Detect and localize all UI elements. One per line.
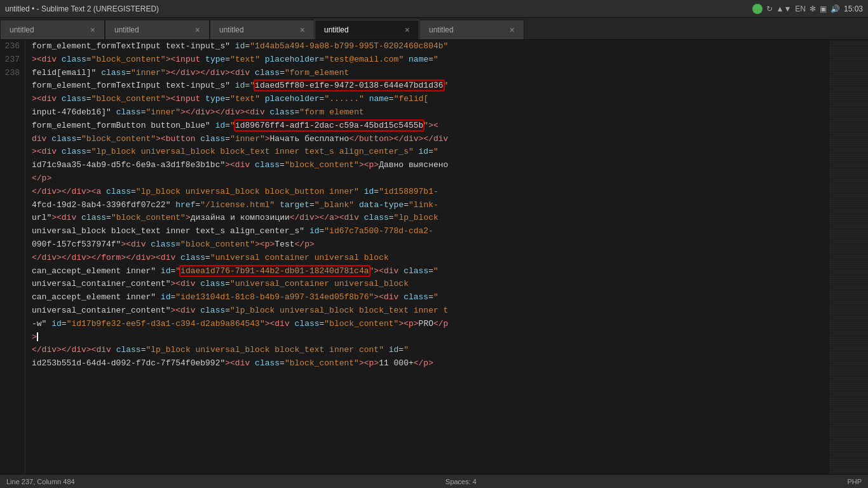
line-number-gutter: 236237238	[0, 40, 25, 474]
code-line-1: ><div class="block_content"><input type=…	[28, 53, 827, 67]
highlight-id-1: idaed5ff80-e1fe-9472-0138-644e47bd1d36	[255, 81, 443, 90]
minimap-content	[831, 40, 868, 474]
spaces-info: Spaces: 4	[445, 478, 477, 485]
code-line-9: id71c9aa35-4ab9-d5fc-6e9a-a3d1f8e3b1bc">…	[28, 159, 827, 172]
title-bar: untitled • - Sublime Text 2 (UNREGISTERE…	[0, 0, 868, 18]
code-line-2: felid[email]" class="inner"></div></div>…	[28, 67, 827, 80]
tab-3-label: untitled	[219, 25, 244, 34]
code-line-0: form_element_formTextInput text-input_s"…	[28, 40, 827, 53]
code-line-23: </div></div><div class="lp_block univers…	[28, 344, 827, 357]
code-line-11: </div></div><a class="lp_block universal…	[28, 186, 827, 199]
code-line-4: ><div class="block_content"><input type=…	[28, 93, 827, 106]
tab-1[interactable]: untitled ×	[0, 20, 105, 39]
editor-container: 236237238 form_element_formTextInput tex…	[0, 40, 868, 474]
tab-4-close[interactable]: ×	[405, 25, 410, 34]
battery-icon: ▣	[820, 4, 827, 13]
code-line-16: </div></div></form></div><div class="uni…	[28, 252, 827, 265]
tab-4[interactable]: untitled ×	[315, 20, 419, 39]
tab-4-label: untitled	[324, 25, 349, 34]
tab-2-close[interactable]: ×	[195, 25, 200, 34]
highlight-id-2: id89676ff4-adf1-2dac-c59a-45bd15c5455b	[235, 121, 423, 130]
code-line-10: </p>	[28, 172, 827, 186]
code-line-7: div class="block_content"><button class=…	[28, 133, 827, 146]
code-line-5: input-476deb16]" class="inner"></div></d…	[28, 106, 827, 119]
code-line-22: >	[28, 331, 827, 344]
tab-1-label: untitled	[10, 25, 34, 34]
code-line-21: -w" id="id17b9fe32-ee5f-d3a1-c394-d2ab9a…	[28, 318, 827, 331]
code-line-8: ><div class="lp_block universal_block bl…	[28, 146, 827, 159]
code-line-18: universal_container_content"><div class=…	[28, 278, 827, 291]
code-editor[interactable]: form_element_formTextInput text-input_s"…	[25, 40, 830, 474]
line-num-10: 236	[3, 40, 20, 53]
sync-icon: ↻	[766, 4, 773, 13]
status-dot-green	[752, 4, 763, 14]
cursor-position: Line 237, Column 484	[6, 478, 75, 485]
bluetooth-icon: ✻	[810, 4, 816, 13]
status-bar: Line 237, Column 484 Spaces: 4 PHP	[0, 474, 868, 488]
clock: 15:03	[844, 4, 863, 13]
tab-3[interactable]: untitled ×	[210, 20, 315, 39]
window-title: untitled • - Sublime Text 2 (UNREGISTERE…	[5, 4, 159, 13]
file-type: PHP	[847, 478, 862, 485]
tab-5-label: untitled	[429, 25, 454, 34]
tab-5-close[interactable]: ×	[510, 25, 515, 34]
code-line-24: id253b551d-64d4-d092-f7dc-7f754f0eb992">…	[28, 357, 827, 370]
code-line-20: universal_container_content"><div class=…	[28, 304, 827, 318]
highlight-id-3: idaea1d776-7b91-44b2-db01-18240d781c4a	[180, 266, 369, 276]
minimap[interactable]	[830, 40, 868, 474]
tab-2-label: untitled	[114, 25, 139, 34]
volume-icon: 🔊	[831, 4, 840, 13]
system-tray: ↻ ▲▼ EN ✻ ▣ 🔊 15:03	[752, 4, 863, 14]
lang-icon: EN	[795, 4, 806, 13]
tab-1-close[interactable]: ×	[90, 25, 95, 34]
code-line-15: 090f-157cf537974f"><div class="block_con…	[28, 238, 827, 252]
tab-3-close[interactable]: ×	[300, 25, 305, 34]
tab-5[interactable]: untitled ×	[419, 20, 524, 39]
code-line-17: can_accept_element inner" id="idaea1d776…	[28, 265, 827, 278]
tab-2[interactable]: untitled ×	[105, 20, 210, 39]
network-icon: ▲▼	[776, 4, 792, 13]
line-num-23: 238	[3, 67, 20, 80]
tab-bar: untitled × untitled × untitled × untitle…	[0, 18, 868, 40]
code-line-19: can_accept_element inner" id="ide13104d1…	[28, 291, 827, 304]
code-line-3: form_element_formTextInput text-input_s"…	[28, 79, 827, 93]
code-line-12: 4fcd-19d2-8ab4-3396fdf07c22" href="/lice…	[28, 199, 827, 212]
code-line-14: universal_block block_text inner text_s …	[28, 225, 827, 238]
code-line-13: url"><div class="block_content">дизайна …	[28, 212, 827, 225]
code-line-6: form_element_formButton button_blue" id=…	[28, 119, 827, 133]
line-num-16: 237	[3, 53, 20, 67]
